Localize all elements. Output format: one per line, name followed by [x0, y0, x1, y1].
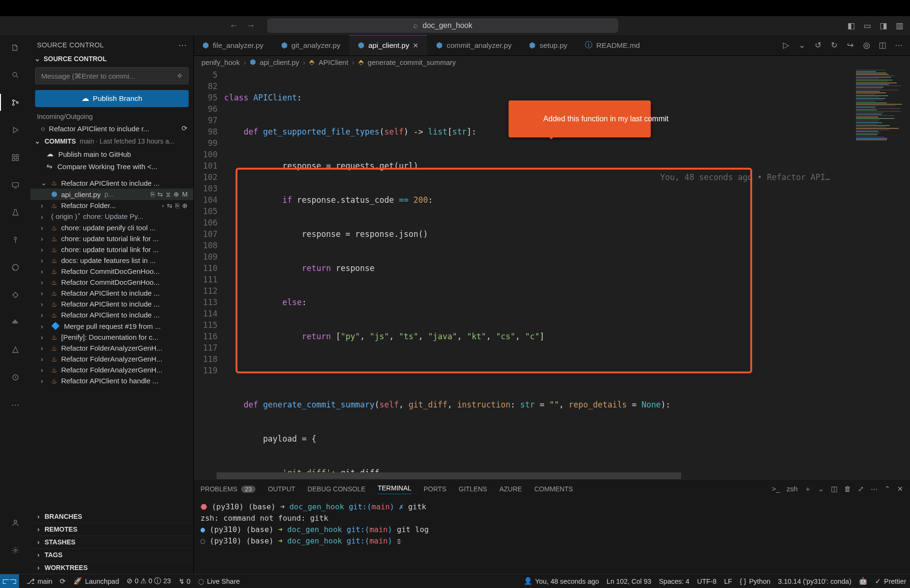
copy-icon[interactable]: ⎘: [175, 202, 179, 209]
status-launchpad[interactable]: 🚀 Launchpad: [70, 577, 123, 585]
globe-icon[interactable]: ⊕: [182, 202, 188, 209]
collapse-section-tags[interactable]: ›TAGS: [30, 548, 193, 561]
panel-tab-comments[interactable]: COMMENTS: [534, 485, 573, 493]
docker-icon[interactable]: [7, 314, 24, 331]
commit-item-merge[interactable]: › 🔷 Merge pull request #19 from ...: [30, 320, 193, 332]
editor-tab[interactable]: ⬢api_client.py✕: [349, 35, 428, 55]
panel-tab-ports[interactable]: PORTS: [424, 485, 446, 493]
gitlens-icon[interactable]: [7, 231, 24, 248]
editor-tab[interactable]: ⬢git_analyzer.py: [273, 35, 349, 55]
commits-section-header[interactable]: ⌄ COMMITS main · Last fetched 13 hours a…: [30, 135, 193, 148]
panel-tab-gitlens[interactable]: GITLENS: [459, 485, 487, 493]
panel-chevron-up-icon[interactable]: ⌃: [884, 485, 891, 494]
editor-tab[interactable]: ⬢commit_analyzer.py: [428, 35, 520, 55]
collapse-section-stashes[interactable]: ›STASHES: [30, 535, 193, 548]
overflow-icon[interactable]: ⋯: [7, 396, 24, 413]
commit-item[interactable]: › ♨ Refactor Folder... ▫ ⇆ ⎘ ⊕: [30, 200, 193, 211]
editor-horizontal-scrollbar[interactable]: [194, 472, 910, 479]
commit-item[interactable]: ›♨Refactor CommitDocGenHoo...: [30, 277, 193, 288]
diff-icon[interactable]: ⇆: [167, 202, 173, 209]
sync-icon[interactable]: ⟳: [182, 124, 188, 133]
status-cursor[interactable]: Ln 102, Col 93: [603, 578, 655, 585]
status-ports[interactable]: ↯ 0: [175, 578, 194, 585]
status-live-share[interactable]: ◌ Live Share: [194, 578, 244, 585]
close-icon[interactable]: ✕: [413, 42, 419, 49]
globe-icon[interactable]: ⊕: [173, 190, 179, 199]
remote-indicator[interactable]: ⫍⫎: [0, 574, 19, 588]
terminal-launch-icon[interactable]: >_: [772, 485, 780, 494]
terminal-shell-label[interactable]: zsh: [787, 485, 798, 494]
editor-tab[interactable]: ⓘREADME.md: [576, 35, 649, 55]
commit-item[interactable]: ›♨Refactor APIClient to include ...: [30, 299, 193, 309]
commit-item[interactable]: ›♨Refactor APIClient to include ...: [30, 288, 193, 299]
gitlens-circle-icon[interactable]: ◎: [862, 41, 871, 50]
nav-back-button[interactable]: ←: [229, 21, 238, 31]
publish-branch-button[interactable]: ☁ Publish Branch: [35, 90, 189, 107]
status-copilot[interactable]: 🤖: [855, 577, 871, 585]
file-icon[interactable]: ▫: [162, 202, 164, 209]
commit-item[interactable]: ›♨[Penify]: Documentation for c...: [30, 332, 193, 343]
terminal-kill-icon[interactable]: 🗑: [844, 485, 851, 494]
command-center-search[interactable]: ⌕ doc_gen_hook: [267, 18, 618, 33]
status-branch[interactable]: ⎇ main: [23, 578, 56, 585]
testing-icon[interactable]: [7, 204, 24, 221]
run-play-icon[interactable]: ▷: [781, 41, 791, 50]
scm-section-header[interactable]: ⌄ SOURCE CONTROL: [30, 53, 193, 64]
status-blame[interactable]: 👤 You, 48 seconds ago: [520, 577, 603, 585]
explorer-icon[interactable]: [7, 39, 24, 56]
commit-item[interactable]: ›♨Refactor CommitDocGenHoo...: [30, 266, 193, 277]
extensions-icon[interactable]: [7, 149, 24, 166]
panel-more-icon[interactable]: ⋯: [178, 40, 187, 50]
diff-icon[interactable]: ⇆: [157, 190, 163, 199]
code-editor[interactable]: 5829596979899100101102103104105106107108…: [194, 69, 853, 472]
minimap[interactable]: [853, 69, 910, 472]
publish-main-action[interactable]: ☁ Publish main to GitHub: [30, 148, 193, 160]
commit-message-input[interactable]: [35, 67, 189, 84]
breadcrumb[interactable]: penify_hook › ⬢ api_client.py › ⬘ APICli…: [194, 56, 910, 69]
layout-panel-bottom-icon[interactable]: ▭: [863, 21, 872, 30]
open-icon[interactable]: ⎘: [151, 190, 155, 199]
status-sync[interactable]: ⟳: [56, 578, 70, 585]
outgoing-commit-row[interactable]: ○ Refactor APIClient to include r... ⟳: [30, 122, 193, 135]
commit-item-origin[interactable]: › ( origin )˃ chore: Update Py...: [30, 211, 193, 222]
commit-item[interactable]: ⌄ ♨ Refactor APIClient to include ...: [30, 177, 193, 189]
azure-icon[interactable]: [7, 341, 24, 358]
panel-tab-problems[interactable]: PROBLEMS 23: [200, 485, 255, 493]
terminal-new-icon[interactable]: ＋: [804, 485, 811, 494]
source-control-icon[interactable]: [7, 94, 24, 111]
commit-file-item[interactable]: ⬢ api_client.py p... ⎘ ⇆ ⧖ ⊕ M: [30, 189, 193, 200]
collapse-section-worktrees[interactable]: ›WORKTREES: [30, 561, 193, 574]
search-tab-icon[interactable]: [7, 66, 24, 83]
status-spaces[interactable]: Spaces: 4: [655, 578, 693, 585]
sparkle-icon[interactable]: ✧: [176, 71, 183, 81]
commit-item[interactable]: ›♨chore: update tutorial link for ...: [30, 244, 193, 255]
status-prettier[interactable]: ✓ Prettier: [871, 578, 910, 585]
commit-item[interactable]: ›♨Refactor FolderAnalyzerGenH...: [30, 364, 193, 375]
terminal-dropdown-icon[interactable]: ⌄: [818, 485, 824, 494]
commit-item[interactable]: ›♨chore: update penify cli tool ...: [30, 222, 193, 233]
todo-icon[interactable]: [7, 369, 24, 386]
commit-item[interactable]: ›♨Refactor APIClient to include ...: [30, 309, 193, 320]
panel-tab-debug-console[interactable]: DEBUG CONSOLE: [308, 485, 365, 493]
split-editor-icon[interactable]: ◫: [878, 41, 887, 50]
diff-arrow-icon[interactable]: ↪: [846, 41, 855, 50]
panel-tab-terminal[interactable]: TERMINAL: [378, 484, 411, 494]
panel-close-icon[interactable]: ✕: [897, 485, 903, 494]
layout-sidebar-right-icon[interactable]: ◨: [879, 21, 888, 30]
commit-item[interactable]: ›♨Refactor FolderAnalyzerGenH...: [30, 353, 193, 364]
editor-tab[interactable]: ⬢setup.py: [520, 35, 576, 55]
collapse-section-branches[interactable]: ›BRANCHES: [30, 510, 193, 523]
status-diagnostics[interactable]: ⊘ 0 ⚠ 0 ⓘ 23: [123, 577, 174, 586]
remote-explorer-icon[interactable]: [7, 176, 24, 193]
commit-item[interactable]: ›♨chore: update tutorial link for ...: [30, 233, 193, 244]
run-dropdown-icon[interactable]: ⌄: [797, 41, 807, 50]
terminal-maximize-icon[interactable]: ⤢: [858, 485, 864, 494]
status-eol[interactable]: LF: [720, 578, 736, 585]
terminal-split-icon[interactable]: ◫: [831, 485, 837, 494]
collapse-section-remotes[interactable]: ›REMOTES: [30, 523, 193, 535]
panel-overflow-icon[interactable]: ⋯: [871, 485, 878, 494]
status-interpreter[interactable]: 3.10.14 ('py310': conda): [774, 578, 855, 585]
commit-item[interactable]: ›♨Refactor FolderAnalyzerGenH...: [30, 343, 193, 353]
editor-tab[interactable]: ⬢file_analyzer.py: [194, 35, 273, 55]
github-icon[interactable]: [7, 259, 24, 276]
